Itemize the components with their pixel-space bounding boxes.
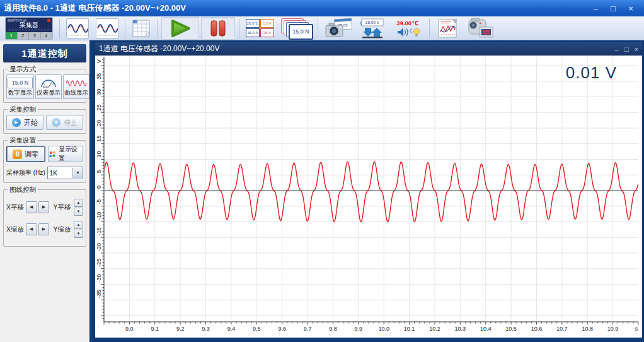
x-tick-label: 9.3 xyxy=(202,326,210,332)
scope-view-button-1[interactable] xyxy=(64,17,91,40)
y-tick-label: 15 xyxy=(96,136,102,142)
multi-meter-view-button[interactable]: 26.0℃ 1.5 A 15.0 N 26 V xyxy=(243,17,277,40)
zero-label: 调零 xyxy=(25,150,38,159)
channel-tab-1[interactable]: 1 xyxy=(6,32,18,39)
start-label: 开始 xyxy=(24,118,38,127)
collector-device-button[interactable]: 朗威®DISLab 采集器 1 2 3 4 xyxy=(3,17,55,40)
y-zoom-in-button[interactable]: ▲ xyxy=(74,221,83,229)
close-icon[interactable]: × xyxy=(635,45,638,53)
panel-title: 1通道控制 xyxy=(3,44,86,62)
meter-voltage: 26 V xyxy=(260,28,274,37)
table-icon xyxy=(132,19,151,38)
channel-tab-2[interactable]: 2 xyxy=(18,32,30,39)
y-pan-down-button[interactable]: ▼ xyxy=(74,208,83,216)
x-tick-label: 9.0 xyxy=(125,326,134,332)
start-button[interactable]: ▶ 开始 xyxy=(6,115,43,130)
digital-display-button[interactable]: 15.0 N xyxy=(279,17,314,40)
stop-button[interactable]: ■ 停止 xyxy=(46,115,83,130)
data-table-button[interactable] xyxy=(129,17,153,40)
collector-device-icon: 朗威®DISLab 采集器 1 2 3 4 xyxy=(5,17,53,40)
capture-control-group: 采集控制 ▶ 开始 ■ 停止 xyxy=(3,109,86,134)
data-transfer-button[interactable]: 26.00 V xyxy=(357,17,388,40)
y-tick-label: 20 xyxy=(96,120,102,126)
y-tick-label: 10 xyxy=(96,151,102,157)
display-settings-button[interactable]: 显示设置 xyxy=(48,146,83,162)
meter-temp: 26.0℃ xyxy=(246,19,260,28)
y-tick-label: -15 xyxy=(96,227,102,235)
digital-display-mode-button[interactable]: 15.0 N 数字显示 xyxy=(6,74,34,99)
x-pan-right-button[interactable]: ▶ xyxy=(38,201,50,213)
x-tick-label: 10.9 xyxy=(607,326,619,332)
zero-adjust-button[interactable]: 0 调零 xyxy=(6,146,45,162)
speaker-temp-icon: 39.00℃ xyxy=(393,18,423,38)
start-capture-button[interactable] xyxy=(161,17,199,40)
stack-value: 15.0 N xyxy=(289,24,313,40)
waveform-icon xyxy=(96,18,118,38)
y-tick-label: -5 xyxy=(96,199,102,204)
x-tick-label: 9.7 xyxy=(304,326,312,332)
pause-capture-button[interactable] xyxy=(201,17,235,40)
dashed-line xyxy=(9,30,49,30)
report-button[interactable] xyxy=(434,17,463,40)
y-pan-up-button[interactable]: ▲ xyxy=(74,199,83,207)
stop-label: 停止 xyxy=(64,118,78,127)
x-axis-unit: s xyxy=(635,326,638,332)
y-zoom-out-button[interactable]: ▼ xyxy=(74,230,83,238)
toolbar-separator xyxy=(318,19,318,38)
digital-display-label: 数字显示 xyxy=(8,89,32,97)
snapshot-button[interactable]: 15.00 xyxy=(322,17,355,40)
sample-rate-select[interactable]: 1K ▼ xyxy=(47,167,83,179)
line-control-group: 图线控制 X平移 ◀ ▶ Y平移 ▲ ▼ X缩放 ◀ ▶ Y缩放 ▲ ▼ xyxy=(3,189,86,247)
svg-text:39.00℃: 39.00℃ xyxy=(396,20,418,27)
x-zoom-label: X缩放 xyxy=(6,225,26,234)
meter-current: 1.5 A xyxy=(260,19,274,28)
group-label: 采集设置 xyxy=(8,136,38,145)
x-pan-left-button[interactable]: ◀ xyxy=(26,201,37,213)
voltage-waveform-chart: 35302520151050-5-10-15-20-25-30-35V9.09.… xyxy=(95,56,642,338)
x-tick-label: 9.5 xyxy=(253,326,261,332)
maximize-icon[interactable]: □ xyxy=(624,45,629,53)
y-tick-label: -20 xyxy=(96,243,102,251)
minimize-icon[interactable]: – xyxy=(615,45,619,53)
sound-temperature-button[interactable]: 39.00℃ xyxy=(390,17,425,40)
chart-titlebar[interactable]: 1通道 电压传感器 -20.00V~+20.00V – □ × xyxy=(95,42,642,56)
x-zoom-out-button[interactable]: ◀ xyxy=(26,223,37,235)
close-icon[interactable]: × xyxy=(625,4,636,13)
video-record-button[interactable] xyxy=(464,17,497,40)
x-zoom-in-button[interactable]: ▶ xyxy=(38,223,50,235)
x-pan-label: X平移 xyxy=(6,203,26,212)
chevron-down-icon[interactable]: ▼ xyxy=(72,168,83,178)
toolbar-separator xyxy=(429,19,430,38)
x-tick-label: 9.4 xyxy=(227,326,236,332)
y-axis-unit: V xyxy=(96,59,102,63)
chart-window: 1通道 电压传感器 -20.00V~+20.00V – □ × 35302520… xyxy=(93,40,644,342)
x-tick-label: 10.1 xyxy=(404,326,415,332)
x-tick-label: 9.8 xyxy=(329,326,337,332)
curve-display-mode-button[interactable]: 曲线显示 xyxy=(63,74,89,99)
x-tick-label: 9.2 xyxy=(176,326,185,332)
chart-plot-area[interactable]: 35302520151050-5-10-15-20-25-30-35V9.09.… xyxy=(95,56,642,338)
window-title: 通用软件8.0 - 1通道 电压传感器 -20.00V~+20.00V xyxy=(4,3,186,14)
y-tick-label: 30 xyxy=(96,88,102,95)
toolbar-separator xyxy=(59,19,60,38)
x-tick-label: 10.0 xyxy=(378,326,389,332)
x-tick-label: 10.2 xyxy=(429,326,440,332)
meter-display-label: 仪表显示 xyxy=(37,89,60,97)
display-mode-group: 显示方式 15.0 N 数字显示 仪表显示 xyxy=(3,69,86,103)
y-pan-spinner: ▲ ▼ xyxy=(74,199,83,216)
mdi-workspace: 1通道控制 显示方式 15.0 N 数字显示 仪表显示 xyxy=(0,40,644,342)
gauge-icon xyxy=(40,78,57,88)
palette-icon xyxy=(49,150,56,158)
minimize-icon[interactable]: – xyxy=(590,4,601,13)
channel-tab-4[interactable]: 4 xyxy=(41,32,53,39)
maximize-icon[interactable]: □ xyxy=(607,4,619,13)
y-zoom-label: Y缩放 xyxy=(53,225,72,234)
scope-view-button-2[interactable] xyxy=(93,17,121,40)
stacked-displays-icon: 15.0 N xyxy=(281,18,311,38)
meter-display-mode-button[interactable]: 仪表显示 xyxy=(35,74,62,99)
x-tick-label: 10.8 xyxy=(582,326,593,332)
channel-tab-3[interactable]: 3 xyxy=(29,32,41,39)
svg-text:26.00 V: 26.00 V xyxy=(365,20,380,25)
pause-icon xyxy=(209,19,227,38)
current-reading: 0.01 V xyxy=(566,63,617,83)
